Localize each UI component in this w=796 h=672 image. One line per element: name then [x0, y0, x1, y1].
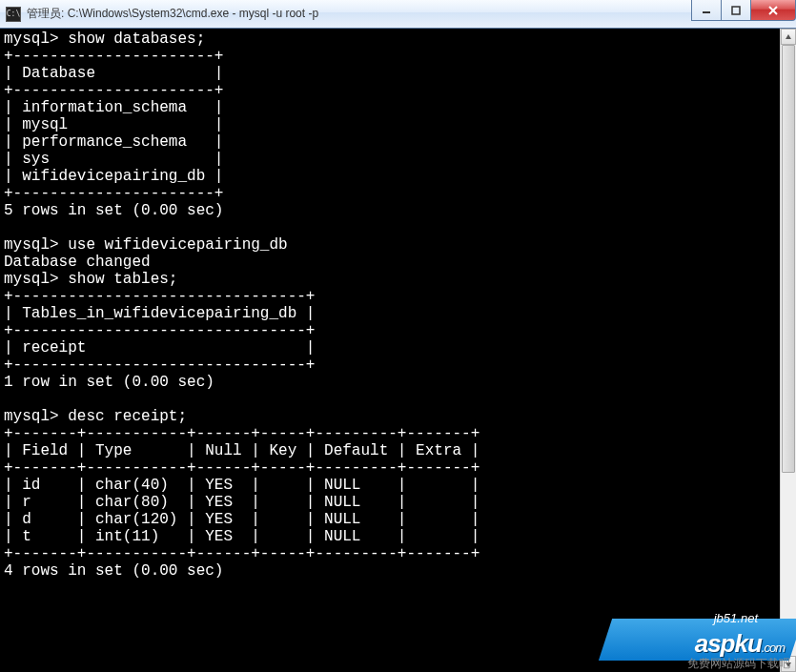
- window-controls: [692, 0, 796, 21]
- scroll-down-button[interactable]: [781, 656, 796, 672]
- close-button[interactable]: [750, 0, 796, 21]
- cmd-window: C:\ 管理员: C:\Windows\System32\cmd.exe - m…: [0, 0, 796, 672]
- svg-marker-5: [786, 662, 791, 667]
- vertical-scrollbar[interactable]: [780, 29, 796, 672]
- scroll-up-button[interactable]: [781, 29, 796, 45]
- scroll-thumb[interactable]: [782, 45, 795, 473]
- titlebar[interactable]: C:\ 管理员: C:\Windows\System32\cmd.exe - m…: [0, 0, 796, 29]
- terminal-output[interactable]: mysql> show databases; +----------------…: [0, 29, 780, 672]
- scroll-track[interactable]: [781, 45, 796, 656]
- svg-rect-1: [732, 7, 740, 14]
- terminal-area: mysql> show databases; +----------------…: [0, 29, 796, 672]
- svg-marker-4: [786, 34, 791, 39]
- maximize-button[interactable]: [721, 0, 751, 21]
- window-title: 管理员: C:\Windows\System32\cmd.exe - mysql…: [27, 6, 318, 22]
- minimize-button[interactable]: [691, 0, 722, 21]
- cmd-icon: C:\: [6, 7, 21, 22]
